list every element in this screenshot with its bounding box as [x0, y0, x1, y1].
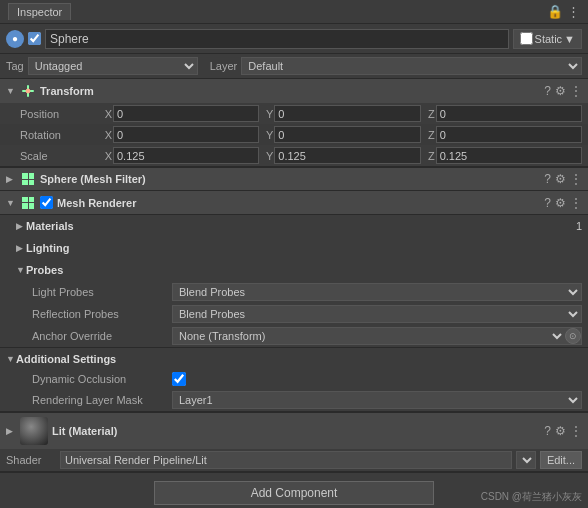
anchor-override-select[interactable]: None (Transform) — [173, 329, 565, 343]
title-bar-icons: 🔒 ⋮ — [547, 4, 580, 19]
position-xyz: X Y Z — [100, 105, 582, 122]
object-name-input[interactable] — [45, 29, 509, 49]
probes-label: Probes — [26, 264, 582, 276]
material-settings-icon[interactable]: ⚙ — [555, 424, 566, 438]
scale-x-label: X — [100, 150, 112, 162]
position-y-label: Y — [261, 108, 273, 120]
position-y-input[interactable] — [274, 105, 420, 122]
light-probes-select[interactable]: Blend Probes — [172, 283, 582, 301]
anchor-override-field: None (Transform) ⊙ — [172, 327, 582, 345]
mesh-filter-icon — [20, 171, 36, 187]
transform-header[interactable]: ▼ Transform ? ⚙ ⋮ — [0, 79, 588, 103]
dynamic-occlusion-row: Dynamic Occlusion — [0, 369, 588, 389]
position-z-label: Z — [423, 108, 435, 120]
rotation-label: Rotation — [20, 129, 100, 141]
shader-edit-button[interactable]: Edit... — [540, 451, 582, 469]
reflection-probes-label: Reflection Probes — [32, 308, 172, 320]
transform-menu-icon[interactable]: ⋮ — [570, 84, 582, 98]
transform-component-icons: ? ⚙ ⋮ — [544, 84, 582, 98]
inspector-tab[interactable]: Inspector — [8, 3, 71, 20]
mesh-filter-icons: ? ⚙ ⋮ — [544, 172, 582, 186]
scale-y-label: Y — [261, 150, 273, 162]
materials-arrow-icon: ▶ — [16, 221, 26, 231]
mesh-renderer-menu-icon[interactable]: ⋮ — [570, 196, 582, 210]
probes-arrow-icon: ▼ — [16, 265, 26, 275]
position-z-input[interactable] — [436, 105, 582, 122]
object-header: ● Static ▼ — [0, 24, 588, 54]
material-title: Lit (Material) — [52, 425, 117, 437]
reflection-probes-select[interactable]: Blend Probes — [172, 305, 582, 323]
mesh-filter-component[interactable]: ▶ Sphere (Mesh Filter) ? ⚙ ⋮ — [0, 167, 588, 191]
additional-settings-arrow-icon: ▼ — [6, 354, 16, 364]
material-menu-icon[interactable]: ⋮ — [570, 424, 582, 438]
transform-arrow-icon: ▼ — [6, 86, 16, 96]
scale-row: Scale X Y Z — [0, 145, 588, 166]
mesh-renderer-icons: ? ⚙ ⋮ — [544, 196, 582, 210]
rotation-z-input[interactable] — [436, 126, 582, 143]
static-checkbox[interactable] — [520, 32, 533, 45]
transform-help-icon[interactable]: ? — [544, 84, 551, 98]
position-x-label: X — [100, 108, 112, 120]
shader-value-text: Universal Render Pipeline/Lit — [65, 454, 207, 466]
rotation-row: Rotation X Y Z — [0, 124, 588, 145]
rotation-x-input[interactable] — [113, 126, 259, 143]
tag-layer-row: Tag Untagged Layer Default — [0, 54, 588, 79]
shader-row: Shader Universal Render Pipeline/Lit Edi… — [0, 449, 588, 471]
scale-label: Scale — [20, 150, 100, 162]
scale-y-input[interactable] — [274, 147, 420, 164]
position-x-input[interactable] — [113, 105, 259, 122]
anchor-override-picker-icon[interactable]: ⊙ — [565, 328, 581, 344]
mesh-renderer-help-icon[interactable]: ? — [544, 196, 551, 210]
tag-label: Tag — [6, 60, 24, 72]
mesh-filter-menu-icon[interactable]: ⋮ — [570, 172, 582, 186]
position-z-item: Z — [423, 105, 582, 122]
transform-settings-icon[interactable]: ⚙ — [555, 84, 566, 98]
transform-icon — [20, 83, 36, 99]
static-chevron-icon: ▼ — [564, 33, 575, 45]
mesh-filter-settings-icon[interactable]: ⚙ — [555, 172, 566, 186]
scale-y-item: Y — [261, 147, 420, 164]
rotation-z-item: Z — [423, 126, 582, 143]
additional-settings-header[interactable]: ▼ Additional Settings — [0, 347, 588, 369]
add-component-button[interactable]: Add Component — [154, 481, 434, 505]
scale-x-input[interactable] — [113, 147, 259, 164]
rendering-layer-mask-select[interactable]: Layer1 — [172, 391, 582, 409]
lighting-label: Lighting — [26, 242, 582, 254]
mesh-renderer-header[interactable]: ▼ Mesh Renderer ? ⚙ ⋮ — [0, 191, 588, 215]
material-component-icons: ? ⚙ ⋮ — [544, 424, 582, 438]
static-dropdown[interactable]: Static ▼ — [513, 29, 582, 49]
dynamic-occlusion-label: Dynamic Occlusion — [32, 373, 172, 385]
watermark: CSDN @荷兰猪小灰灰 — [481, 490, 582, 504]
dynamic-occlusion-checkbox[interactable] — [172, 372, 186, 386]
lighting-section-header[interactable]: ▶ Lighting — [0, 237, 588, 259]
rotation-x-item: X — [100, 126, 259, 143]
mesh-filter-help-icon[interactable]: ? — [544, 172, 551, 186]
active-checkbox[interactable] — [28, 32, 41, 45]
material-component: ▶ Lit (Material) ? ⚙ ⋮ Shader Universal … — [0, 412, 588, 472]
inspector-panel: ● Static ▼ Tag Untagged Layer Default ▼ — [0, 24, 588, 508]
position-y-item: Y — [261, 105, 420, 122]
position-row: Position X Y Z — [0, 103, 588, 124]
material-header[interactable]: ▶ Lit (Material) ? ⚙ ⋮ — [0, 412, 588, 449]
lighting-arrow-icon: ▶ — [16, 243, 26, 253]
shader-label: Shader — [6, 454, 56, 466]
material-info: Lit (Material) — [52, 425, 540, 437]
mesh-renderer-settings-icon[interactable]: ⚙ — [555, 196, 566, 210]
mesh-renderer-arrow-icon: ▼ — [6, 198, 16, 208]
layer-select[interactable]: Default — [241, 57, 582, 75]
rendering-layer-mask-label: Rendering Layer Mask — [32, 394, 172, 406]
mesh-renderer-checkbox[interactable] — [40, 196, 53, 209]
material-help-icon[interactable]: ? — [544, 424, 551, 438]
rotation-y-input[interactable] — [274, 126, 420, 143]
materials-section-header[interactable]: ▶ Materials 1 — [0, 215, 588, 237]
shader-dropdown[interactable] — [516, 451, 536, 469]
probes-section-header[interactable]: ▼ Probes — [0, 259, 588, 281]
lock-icon[interactable]: 🔒 — [547, 4, 563, 19]
material-thumbnail — [20, 417, 48, 445]
rotation-x-label: X — [100, 129, 112, 141]
tag-select[interactable]: Untagged — [28, 57, 198, 75]
scale-z-input[interactable] — [436, 147, 582, 164]
static-label: Static — [535, 33, 563, 45]
minimize-icon[interactable]: ⋮ — [567, 4, 580, 19]
layer-label: Layer — [210, 60, 238, 72]
